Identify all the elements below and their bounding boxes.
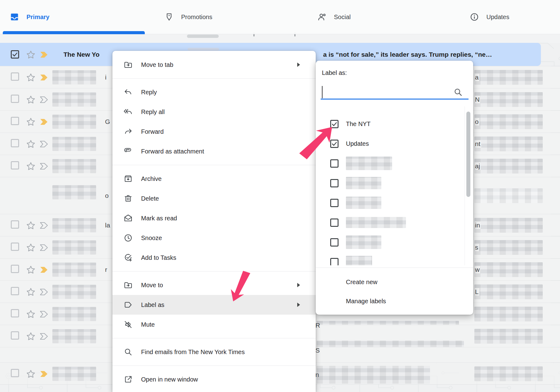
menu-item-archive[interactable]: Archive — [112, 169, 316, 189]
importance-marker-wrap[interactable] — [40, 333, 48, 341]
label-option-updates[interactable]: Updates — [316, 134, 464, 153]
email-checkbox[interactable] — [11, 50, 19, 59]
importance-marker-wrap[interactable] — [40, 244, 48, 252]
clock-icon — [124, 233, 133, 243]
menu-item-reply[interactable]: Reply — [112, 82, 316, 102]
email-checkbox[interactable] — [11, 265, 19, 273]
star-icon-wrap[interactable] — [26, 140, 35, 149]
manage-labels-button[interactable]: Manage labels — [316, 292, 473, 310]
email-checkbox[interactable] — [11, 72, 19, 81]
star-icon-wrap[interactable] — [26, 370, 35, 379]
label-option-blurred[interactable] — [316, 193, 464, 213]
star-icon-wrap[interactable] — [26, 73, 35, 83]
label-checkbox[interactable] — [330, 199, 339, 207]
menu-item-label: Forward — [141, 128, 164, 135]
label-option-blurred[interactable] — [316, 232, 464, 252]
label-checkbox[interactable] — [330, 159, 339, 168]
label-option-blurred[interactable] — [316, 153, 464, 173]
menu-item-snooze[interactable]: Snooze — [112, 228, 316, 248]
email-checkbox[interactable] — [11, 243, 19, 251]
blurred-snippet — [474, 159, 543, 174]
email-checkbox[interactable] — [11, 117, 19, 125]
importance-marker-icon — [40, 288, 48, 296]
label-search-input[interactable] — [324, 85, 447, 99]
label-menu-title: Label as: — [322, 69, 347, 76]
menu-item-add-to-tasks[interactable]: Add to Tasks — [112, 248, 316, 267]
importance-marker-icon[interactable] — [40, 51, 48, 59]
label-option-blurred[interactable] — [316, 213, 464, 232]
tab-updates[interactable]: Updates — [470, 0, 509, 34]
label-checkbox[interactable] — [330, 179, 339, 187]
label-option-blurred[interactable] — [316, 252, 464, 265]
menu-item-find-emails-from-the-new-york-times[interactable]: Find emails from The New York Times — [112, 342, 316, 362]
importance-marker-wrap[interactable] — [40, 96, 48, 104]
label-checkbox[interactable] — [330, 238, 339, 247]
menu-item-forward[interactable]: Forward — [112, 122, 316, 141]
label-option-blurred[interactable] — [316, 173, 464, 193]
menu-item-label: Reply — [141, 89, 157, 96]
label-checkbox[interactable] — [330, 140, 339, 148]
importance-marker-wrap[interactable] — [40, 266, 48, 275]
label-checkbox[interactable] — [330, 258, 339, 265]
star-icon-wrap[interactable] — [26, 332, 35, 342]
scrollbar-thumb[interactable] — [466, 112, 470, 197]
email-checkbox[interactable] — [11, 287, 19, 295]
star-icon-wrap[interactable] — [26, 162, 35, 172]
menu-item-label-as[interactable]: Label as — [112, 295, 316, 315]
star-icon-wrap[interactable] — [26, 95, 35, 105]
label-search-field[interactable] — [321, 85, 469, 100]
importance-marker-wrap[interactable] — [40, 311, 48, 319]
blurred-snippet — [474, 284, 543, 299]
email-checkbox[interactable] — [11, 95, 19, 103]
label-icon — [124, 300, 133, 309]
importance-marker-wrap[interactable] — [40, 288, 48, 297]
importance-marker-wrap[interactable] — [40, 74, 48, 82]
menu-item-mark-as-read[interactable]: Mark as read — [112, 208, 316, 228]
importance-marker-icon — [40, 96, 48, 103]
menu-item-reply-all[interactable]: Reply all — [112, 102, 316, 122]
row-divider-fragment — [551, 88, 560, 88]
email-checkbox[interactable] — [11, 220, 19, 229]
tag-icon — [164, 12, 174, 22]
email-checkbox[interactable] — [11, 139, 19, 147]
blurred-sender — [52, 367, 96, 381]
importance-marker-wrap[interactable] — [40, 141, 48, 149]
blurred-sender — [52, 185, 96, 199]
email-checkbox[interactable] — [11, 369, 19, 377]
email-checkbox[interactable] — [11, 161, 19, 169]
blurred-sender — [52, 70, 96, 84]
menu-item-open-in-new-window[interactable]: Open in new window — [112, 370, 316, 389]
tab-promotions[interactable]: Promotions — [164, 0, 212, 34]
email-checkbox[interactable] — [11, 331, 19, 340]
star-icon[interactable] — [26, 50, 35, 60]
label-option-the-nyt[interactable]: The NYT — [316, 114, 464, 134]
star-icon-wrap[interactable] — [26, 243, 35, 253]
star-icon-wrap[interactable] — [26, 117, 35, 127]
tab-social[interactable]: Social — [317, 0, 351, 34]
menu-item-delete[interactable]: Delete — [112, 189, 316, 208]
submenu-caret-icon — [297, 63, 300, 67]
star-icon-wrap[interactable] — [26, 265, 35, 275]
menu-item-forward-as-attachment[interactable]: Forward as attachment — [112, 141, 316, 161]
gmail-inbox-screen: iaNGontajolainsrwLRSn The New Yo a is “n… — [0, 0, 560, 392]
menu-item-move-to[interactable]: Move to — [112, 275, 316, 295]
menu-item-label: Mark as read — [141, 215, 177, 222]
star-icon-wrap[interactable] — [26, 310, 35, 320]
importance-marker-wrap[interactable] — [40, 370, 48, 379]
importance-marker-wrap[interactable] — [40, 163, 48, 171]
trash-icon — [124, 194, 133, 203]
star-icon-wrap[interactable] — [26, 221, 35, 231]
label-checkbox[interactable] — [330, 218, 339, 227]
create-new-label-button[interactable]: Create new — [316, 273, 473, 291]
search-icon — [124, 347, 133, 357]
menu-item-mute[interactable]: Mute — [112, 315, 316, 334]
email-checkbox[interactable] — [11, 309, 19, 317]
importance-marker-wrap[interactable] — [40, 222, 48, 230]
tab-primary[interactable]: Primary — [10, 0, 50, 34]
star-icon-wrap[interactable] — [26, 288, 35, 297]
blurred-sender — [52, 240, 96, 255]
email-context-menu: Move to tabReplyReply allForwardForward … — [112, 51, 316, 392]
label-checkbox[interactable] — [330, 120, 339, 128]
importance-marker-wrap[interactable] — [40, 118, 48, 127]
menu-item-move-to-tab[interactable]: Move to tab — [112, 55, 316, 75]
